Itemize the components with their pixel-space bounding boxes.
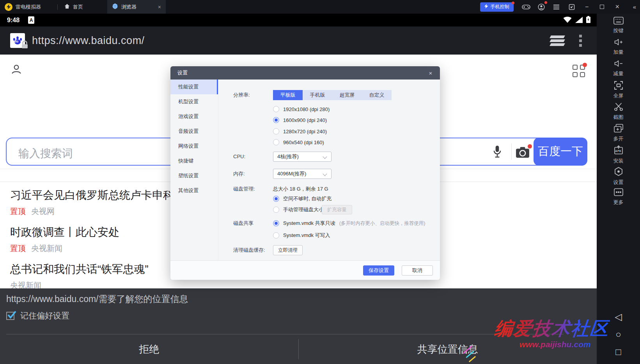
tab-tablet[interactable]: 平板版 (273, 90, 303, 100)
nav-network[interactable]: 网络设置 (170, 139, 218, 154)
account-icon[interactable] (536, 2, 546, 12)
nav-recent-icon[interactable]: □ (615, 347, 621, 357)
nav-game[interactable]: 游戏设置 (170, 109, 218, 124)
tabs-switcher-icon[interactable] (550, 35, 564, 46)
disk-share-readonly-option[interactable]: System.vmdk 共享只读 (多开时内存更小、启动更快，推荐使用) (273, 219, 425, 227)
cancel-button[interactable]: 取消 (402, 265, 433, 276)
apps-grid-icon[interactable] (573, 65, 585, 77)
volume-up-icon (614, 38, 623, 48)
app-title: 雷电模拟器 (16, 4, 41, 11)
deny-button[interactable]: 拒绝 (0, 334, 298, 364)
browser-toolbar-icons (550, 35, 597, 47)
profile-icon[interactable] (10, 63, 23, 77)
search-input[interactable]: 输入搜索词 (18, 146, 73, 161)
home-icon (64, 3, 70, 11)
ime-icon: A (28, 16, 34, 24)
tab-close-icon[interactable]: × (158, 4, 161, 10)
apk-install-icon: APK (614, 145, 623, 156)
resolution-option-1920[interactable]: 1920x1080 (dpi 280) (273, 105, 330, 113)
sidebar-item-install-apk[interactable]: APK 安装 (597, 145, 640, 162)
nav-wallpaper[interactable]: 壁纸设置 (170, 168, 218, 183)
battery-icon (586, 16, 590, 25)
dialog-content: 分辨率: 平板版 手机版 超宽屏 自定义 1920x1080 (dpi 280)… (218, 80, 440, 260)
sidebar-item-keymapping[interactable]: 按键 (597, 17, 640, 33)
tab-custom[interactable]: 自定义 (362, 90, 392, 100)
nav-device-model[interactable]: 机型设置 (170, 94, 218, 109)
nav-other[interactable]: 其他设置 (170, 183, 218, 198)
sidebar-item-more[interactable]: 更多 (597, 188, 640, 205)
ldplayer-window: 雷电模拟器 首页 浏览器 × 手机控制 (0, 0, 640, 364)
radio-icon (273, 106, 279, 112)
nav-back-icon[interactable]: ◁ (615, 312, 622, 322)
tab-home[interactable]: 首页 (64, 3, 83, 11)
tab-ultrawide[interactable]: 超宽屏 (332, 90, 362, 100)
titlebar-divider (57, 4, 58, 10)
resolution-option-1280[interactable]: 1280x720 (dpi 240) (273, 127, 327, 135)
maximize-icon[interactable] (597, 2, 607, 12)
save-settings-button[interactable]: 保存设置 (363, 265, 394, 276)
radio-icon (273, 232, 279, 239)
close-window-icon[interactable]: × (612, 2, 622, 12)
watermark-text: 编爱技术社区 (493, 316, 611, 341)
minimize-icon[interactable]: − (582, 2, 592, 12)
dialog-close-icon[interactable]: × (427, 70, 434, 76)
sidebar-item-volume-up[interactable]: 加量 (597, 38, 640, 55)
sidebar-item-multi-instance[interactable]: 多开 (597, 124, 640, 140)
browser-tab-label: 浏览器 (121, 4, 137, 11)
titlebar: 雷电模拟器 首页 浏览器 × 手机控制 (0, 0, 640, 14)
wifi-icon (563, 16, 572, 25)
disk-summary: 总大小 18 G，剩余 17 G (273, 185, 328, 193)
sidebar-item-screenshot[interactable]: 截图 (597, 102, 640, 119)
notification-dot (512, 2, 514, 4)
android-nav-buttons: ◁ ○ □ (615, 312, 622, 364)
disk-share-writable-option[interactable]: System.vmdk 可写入 (273, 231, 330, 239)
radio-checked-icon (273, 220, 279, 226)
address-field[interactable]: https://www.baidu.com/ (32, 35, 145, 47)
sidebar-item-settings[interactable]: 设置 (597, 167, 640, 183)
memory-select[interactable]: 4096M(推荐) (273, 169, 332, 179)
clean-now-button[interactable]: 立即清理 (273, 245, 303, 255)
nav-performance[interactable]: 性能设置 (170, 80, 218, 94)
search-divider (511, 143, 512, 160)
resolution-option-960[interactable]: 960x540 (dpi 160) (273, 138, 324, 146)
collapse-sidebar-icon[interactable]: « (633, 4, 636, 10)
tab-browser[interactable]: 浏览器 × (107, 0, 166, 14)
cpu-select[interactable]: 4核(推荐) (273, 152, 332, 162)
nav-shortcuts[interactable]: 快捷键 (170, 154, 218, 168)
resolution-option-1600[interactable]: 1600x900 (dpi 240) (273, 116, 327, 124)
radio-icon (273, 139, 279, 145)
radio-checked-icon (273, 117, 279, 123)
menu-icon[interactable] (551, 2, 562, 12)
resize-window-icon[interactable] (567, 2, 577, 12)
phone-control-button[interactable]: 手机控制 (480, 2, 514, 12)
clock: 9:48 (7, 17, 20, 24)
tab-phone[interactable]: 手机版 (303, 90, 332, 100)
favicon-text: du (14, 39, 18, 43)
disk-manual-option[interactable]: 手动管理磁盘大小 (273, 206, 324, 214)
scissors-icon (614, 102, 623, 113)
disk-label: 磁盘管理: (233, 185, 255, 193)
sidebar-item-fullscreen[interactable]: 全屏 (597, 81, 640, 97)
dialog-title: 设置 (177, 69, 188, 76)
nav-audio[interactable]: 音频设置 (170, 124, 218, 139)
keyboard-icon (613, 17, 624, 26)
disk-auto-option[interactable]: 空间不够时, 自动扩充 (273, 195, 332, 203)
baidu-search-button[interactable]: 百度一下 (534, 138, 587, 166)
nav-home-icon[interactable]: ○ (615, 329, 621, 339)
sidebar-item-volume-down[interactable]: 减量 (597, 60, 640, 76)
pinned-badge: 置顶 (10, 206, 26, 217)
image-search-icon[interactable] (516, 147, 530, 160)
gamepad-icon[interactable] (521, 2, 531, 12)
expand-capacity-button[interactable]: 扩充容量 (322, 205, 352, 214)
volume-down-icon (614, 60, 623, 69)
dialog-header[interactable]: 设置 × (170, 66, 440, 80)
settings-hexagon-icon (614, 167, 623, 178)
remember-checkbox[interactable] (6, 312, 14, 320)
phone-control-label: 手机控制 (491, 4, 509, 10)
resolution-label: 分辨率: (233, 91, 250, 99)
browser-menu-icon[interactable] (579, 35, 582, 47)
account-notification-dot (544, 1, 547, 4)
remember-preference-row[interactable]: 记住偏好设置 (6, 310, 69, 321)
apk-icon-text: APK (614, 150, 623, 152)
voice-search-icon[interactable] (492, 145, 502, 161)
